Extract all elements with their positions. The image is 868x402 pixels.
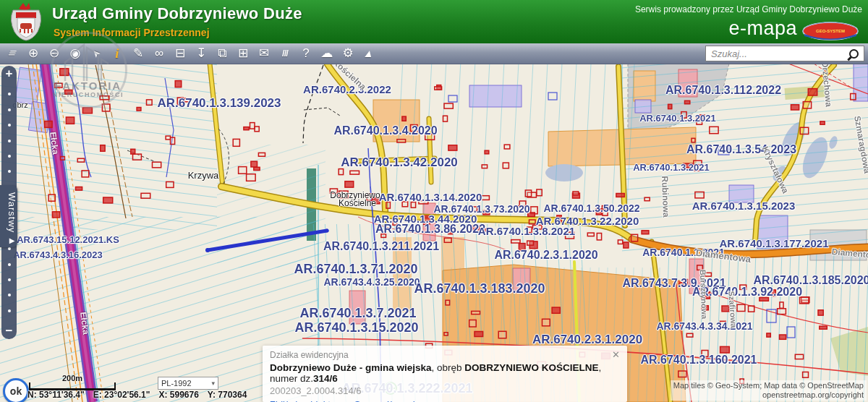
attribution-line2[interactable]: openstreetmap.org/copyright xyxy=(673,390,864,400)
building-footprint xyxy=(529,220,536,224)
help-icon[interactable]: ? xyxy=(299,43,312,64)
parcel-number: 314/6 xyxy=(313,373,338,384)
zoom-level-dot[interactable] xyxy=(8,309,11,312)
building-footprint xyxy=(101,145,105,152)
building-footprint xyxy=(485,228,488,231)
copy-view-icon[interactable]: ⧉ xyxy=(216,43,229,64)
parcel-description: Dobrzyniewo Duże - gmina wiejska, obręb … xyxy=(270,362,620,384)
zoom-to-object-link[interactable]: Zbliż do obiektu xyxy=(270,399,336,402)
building-footprint xyxy=(55,83,62,87)
building-footprint xyxy=(722,306,729,312)
building-footprint xyxy=(527,241,534,245)
ok-button[interactable]: ok xyxy=(3,378,29,402)
layers-panel-tab[interactable]: Warstwy ▶ xyxy=(0,185,17,247)
building-footprint xyxy=(818,310,823,315)
building-footprint xyxy=(48,194,55,201)
zoom-level-dot[interactable] xyxy=(8,140,11,142)
building-footprint xyxy=(435,87,442,90)
building-footprint xyxy=(697,118,702,125)
map-attribution: Map tiles © Geo-System; Map data © OpenS… xyxy=(671,380,867,401)
emapa-brand[interactable]: e-mapa xyxy=(728,17,797,40)
zoom-out-icon[interactable]: ⊖ xyxy=(48,43,61,64)
building-footprint xyxy=(133,154,142,160)
marker-download-icon[interactable]: ↧ xyxy=(195,43,208,64)
building-footprint xyxy=(684,163,693,168)
zoom-level-dot[interactable] xyxy=(8,247,11,250)
pointer-icon[interactable]: ➤ xyxy=(85,42,109,66)
building-footprint xyxy=(573,192,579,195)
feature-popup: Działka ewidencyjna ✕ Dobrzyniewo Duże -… xyxy=(263,346,627,402)
building-footprint xyxy=(685,100,690,103)
building-footprint xyxy=(710,127,718,133)
building-footprint xyxy=(469,207,477,211)
building-footprint xyxy=(137,108,141,111)
zoom-level-dot[interactable] xyxy=(8,93,11,95)
building-footprint xyxy=(247,174,256,181)
zoom-in-icon[interactable]: ⊕ xyxy=(27,43,40,64)
measure-icon[interactable]: ✎ xyxy=(132,43,145,64)
building-footprint xyxy=(820,121,825,124)
zoom-level-dot[interactable] xyxy=(8,170,11,173)
download-cloud-icon[interactable]: ☁ xyxy=(320,43,333,64)
zoom-level-dot[interactable] xyxy=(8,124,11,127)
building-footprint xyxy=(533,225,542,229)
full-extent-icon[interactable]: ◉ xyxy=(69,43,82,64)
close-icon[interactable]: ✕ xyxy=(612,349,620,360)
building-footprint xyxy=(60,69,69,76)
attribution-line1: Map tiles © Geo-System; Map data © OpenS… xyxy=(673,381,864,390)
zoom-level-dot[interactable] xyxy=(8,108,11,111)
zoom-level-dot[interactable] xyxy=(8,155,11,158)
building-footprint xyxy=(642,231,649,234)
zoom-level-dot[interactable] xyxy=(8,278,11,281)
popup-title: Działka ewidencyjna xyxy=(270,350,620,360)
building-footprint xyxy=(141,193,150,198)
building-footprint xyxy=(483,210,490,215)
building-footprint xyxy=(475,332,483,337)
building-footprint xyxy=(597,234,601,240)
zoom-in-button[interactable]: + xyxy=(6,67,13,80)
search-box[interactable] xyxy=(705,46,864,61)
coord-x: X: 599676 xyxy=(158,390,198,400)
building-footprint xyxy=(678,371,686,377)
building-footprint xyxy=(767,333,770,337)
building-footprint xyxy=(720,321,726,328)
building-footprint xyxy=(339,191,348,198)
print-icon[interactable]: ⊟ xyxy=(174,43,187,64)
crs-select[interactable]: PL-1992 ▾ xyxy=(158,377,218,390)
hatch-measure-icon[interactable]: /// xyxy=(278,43,292,64)
more-link[interactable]: Inne xyxy=(413,399,431,402)
building-footprint xyxy=(705,273,712,276)
layers-icon[interactable]: ≡ xyxy=(2,45,23,62)
search-input[interactable] xyxy=(710,48,849,60)
building-footprint xyxy=(694,165,702,171)
building-footprint xyxy=(239,167,247,174)
parcel-id: 200203_2.0004.314/6 xyxy=(270,385,620,396)
north-3d-icon[interactable]: ▲ xyxy=(360,43,378,64)
building-footprint xyxy=(254,167,260,170)
building-footprint xyxy=(345,181,354,187)
building-footprint xyxy=(566,232,574,239)
zoom-level-dot[interactable] xyxy=(8,294,11,296)
settings-icon[interactable]: ⚙ xyxy=(341,43,354,64)
building-footprint xyxy=(250,123,255,129)
info-icon[interactable]: i xyxy=(111,43,124,64)
message-icon[interactable]: ✉ xyxy=(258,43,271,64)
building-footprint xyxy=(251,161,258,167)
building-footprint xyxy=(851,94,856,100)
details-link[interactable]: Szczegóły xyxy=(354,399,397,402)
building-footprint xyxy=(694,161,702,165)
layout-icon[interactable]: ⊞ xyxy=(237,43,250,64)
building-footprint xyxy=(503,163,509,168)
building-footprint xyxy=(587,233,594,236)
building-footprint xyxy=(100,96,109,100)
building-footprint xyxy=(681,112,686,119)
zoom-level-dot[interactable] xyxy=(8,263,11,266)
building-footprint xyxy=(482,165,487,168)
link-icon[interactable]: ∞ xyxy=(153,43,166,64)
geosystem-logo-icon[interactable]: GEO-SYSTEM xyxy=(801,22,859,40)
building-footprint xyxy=(684,280,687,285)
building-footprint xyxy=(511,240,520,243)
search-icon[interactable] xyxy=(849,49,859,59)
zoom-out-button[interactable]: − xyxy=(6,325,13,338)
building-footprint xyxy=(631,234,638,241)
